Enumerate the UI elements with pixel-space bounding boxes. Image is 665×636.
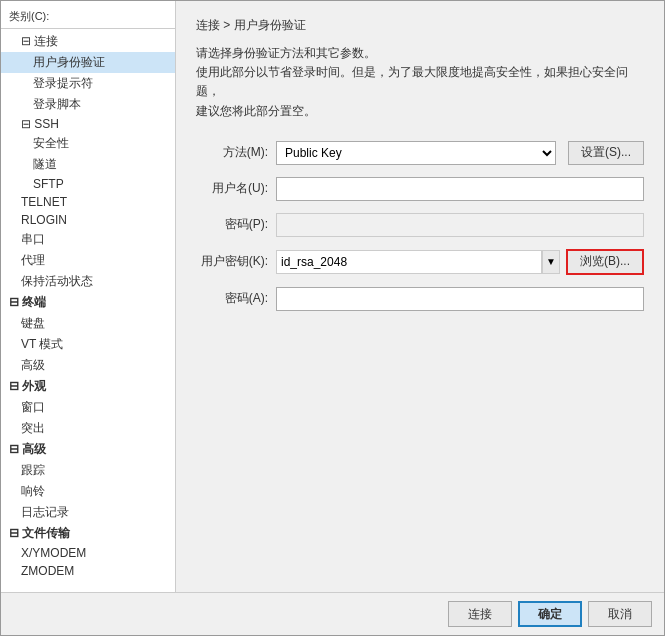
- ok-button[interactable]: 确定: [518, 601, 582, 627]
- cancel-button[interactable]: 取消: [588, 601, 652, 627]
- tree-item-18[interactable]: 窗口: [1, 397, 175, 418]
- passphrase-control: [276, 287, 644, 311]
- tree-item-15[interactable]: VT 模式: [1, 334, 175, 355]
- tree-item-7[interactable]: SFTP: [1, 175, 175, 193]
- method-select[interactable]: PasswordPublic KeyKeyboard InteractiveGS…: [276, 141, 556, 165]
- desc-line2: 使用此部分以节省登录时间。但是，为了最大限度地提高安全性，如果担心安全问题，: [196, 65, 628, 98]
- tree-item-20[interactable]: ⊟ 高级: [1, 439, 175, 460]
- tree-item-2[interactable]: 登录提示符: [1, 73, 175, 94]
- tree-item-10[interactable]: 串口: [1, 229, 175, 250]
- right-panel: 连接 > 用户身份验证 请选择身份验证方法和其它参数。 使用此部分以节省登录时间…: [176, 1, 664, 592]
- left-panel: 类别(C): ⊟ 连接用户身份验证登录提示符登录脚本⊟ SSH安全性隧道SFTP…: [1, 1, 176, 592]
- tree-item-19[interactable]: 突出: [1, 418, 175, 439]
- form-section: 方法(M): PasswordPublic KeyKeyboard Intera…: [196, 141, 644, 576]
- tree-item-6[interactable]: 隧道: [1, 154, 175, 175]
- tree-item-25[interactable]: X/YMODEM: [1, 544, 175, 562]
- tree-item-4[interactable]: ⊟ SSH: [1, 115, 175, 133]
- tree-item-24[interactable]: ⊟ 文件传输: [1, 523, 175, 544]
- dialog-body: 类别(C): ⊟ 连接用户身份验证登录提示符登录脚本⊟ SSH安全性隧道SFTP…: [1, 1, 664, 592]
- username-row: 用户名(U):: [196, 177, 644, 201]
- tree-item-3[interactable]: 登录脚本: [1, 94, 175, 115]
- tree-item-5[interactable]: 安全性: [1, 133, 175, 154]
- passphrase-label: 密码(A):: [196, 290, 276, 307]
- userkey-control: ▼ 浏览(B)...: [276, 249, 644, 275]
- username-label: 用户名(U):: [196, 180, 276, 197]
- browse-button[interactable]: 浏览(B)...: [566, 249, 644, 275]
- method-label: 方法(M):: [196, 144, 276, 161]
- settings-button[interactable]: 设置(S)...: [568, 141, 644, 165]
- breadcrumb: 连接 > 用户身份验证: [196, 17, 644, 34]
- tree-item-1[interactable]: 用户身份验证: [1, 52, 175, 73]
- username-input[interactable]: [276, 177, 644, 201]
- category-header: 类别(C):: [1, 5, 175, 29]
- tree-item-11[interactable]: 代理: [1, 250, 175, 271]
- method-control: PasswordPublic KeyKeyboard InteractiveGS…: [276, 141, 644, 165]
- tree-container: ⊟ 连接用户身份验证登录提示符登录脚本⊟ SSH安全性隧道SFTPTELNETR…: [1, 31, 175, 580]
- userkey-dropdown-arrow[interactable]: ▼: [542, 250, 560, 274]
- tree-item-16[interactable]: 高级: [1, 355, 175, 376]
- userkey-label: 用户密钥(K):: [196, 253, 276, 270]
- userkey-row: 用户密钥(K): ▼ 浏览(B)...: [196, 249, 644, 275]
- description-text: 请选择身份验证方法和其它参数。 使用此部分以节省登录时间。但是，为了最大限度地提…: [196, 44, 644, 121]
- password-label: 密码(P):: [196, 216, 276, 233]
- password-row: 密码(P):: [196, 213, 644, 237]
- dialog-footer: 连接 确定 取消: [1, 592, 664, 635]
- password-input[interactable]: [276, 213, 644, 237]
- key-select-wrapper: ▼: [276, 250, 560, 274]
- password-control: [276, 213, 644, 237]
- desc-line1: 请选择身份验证方法和其它参数。: [196, 46, 376, 60]
- tree-item-8[interactable]: TELNET: [1, 193, 175, 211]
- tree-item-9[interactable]: RLOGIN: [1, 211, 175, 229]
- tree-item-17[interactable]: ⊟ 外观: [1, 376, 175, 397]
- tree-item-26[interactable]: ZMODEM: [1, 562, 175, 580]
- passphrase-input[interactable]: [276, 287, 644, 311]
- username-control: [276, 177, 644, 201]
- method-select-wrapper: PasswordPublic KeyKeyboard InteractiveGS…: [276, 141, 644, 165]
- userkey-input[interactable]: [276, 250, 542, 274]
- method-row: 方法(M): PasswordPublic KeyKeyboard Intera…: [196, 141, 644, 165]
- tree-item-14[interactable]: 键盘: [1, 313, 175, 334]
- connect-button[interactable]: 连接: [448, 601, 512, 627]
- tree-item-13[interactable]: ⊟ 终端: [1, 292, 175, 313]
- desc-line3: 建议您将此部分置空。: [196, 104, 316, 118]
- tree-item-12[interactable]: 保持活动状态: [1, 271, 175, 292]
- tree-item-0[interactable]: ⊟ 连接: [1, 31, 175, 52]
- tree-item-22[interactable]: 响铃: [1, 481, 175, 502]
- tree-item-23[interactable]: 日志记录: [1, 502, 175, 523]
- dialog-window: 类别(C): ⊟ 连接用户身份验证登录提示符登录脚本⊟ SSH安全性隧道SFTP…: [0, 0, 665, 636]
- tree-item-21[interactable]: 跟踪: [1, 460, 175, 481]
- passphrase-row: 密码(A):: [196, 287, 644, 311]
